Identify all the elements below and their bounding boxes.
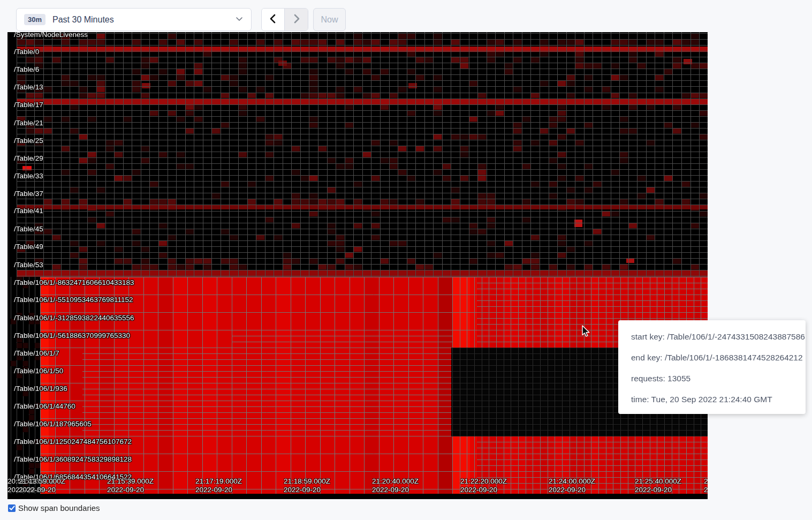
time-tick: 21:17:19.000Z2022-09-20 bbox=[195, 477, 242, 494]
now-button[interactable]: Now bbox=[313, 8, 346, 31]
key-visualizer-canvas[interactable] bbox=[7, 32, 708, 499]
show-span-boundaries-label: Show span boundaries bbox=[18, 503, 100, 513]
time-tick: 21:27:20.000Z2022-09-20 bbox=[704, 477, 708, 494]
hover-tooltip: start key: /Table/106/1/-247433150824388… bbox=[618, 320, 806, 414]
prev-time-button[interactable] bbox=[262, 9, 285, 31]
row-label: /Table/106/1/-5510953463769811152 bbox=[14, 296, 133, 304]
row-label: /Table/106/1/-561886370999765330 bbox=[14, 331, 130, 340]
chevron-down-icon bbox=[235, 14, 244, 25]
next-time-button[interactable] bbox=[285, 9, 308, 31]
tick-time: 21:27:20.000Z bbox=[704, 477, 708, 486]
row-label: /System/NodeLiveness bbox=[14, 32, 88, 39]
show-span-boundaries[interactable]: Show span boundaries bbox=[8, 503, 100, 513]
tooltip-requests: requests: 13055 bbox=[631, 374, 806, 383]
row-label: /Table/106/1/187965605 bbox=[14, 420, 92, 428]
row-label: /Table/106/1/7 bbox=[14, 349, 59, 357]
tick-time: 21:17:19.000Z bbox=[195, 477, 242, 486]
row-label: /Table/25 bbox=[14, 137, 43, 145]
tick-time: 21:22:20.000Z bbox=[460, 477, 507, 486]
chevron-left-icon bbox=[268, 13, 278, 26]
row-label: /Table/106/1/936 bbox=[14, 385, 67, 393]
key-visualizer-page: 30m Past 30 Minutes Now /System/NodeLive… bbox=[0, 0, 812, 520]
show-span-boundaries-checkbox[interactable] bbox=[8, 504, 16, 512]
row-label: /Table/6 bbox=[14, 65, 39, 73]
row-label: /Table/37 bbox=[14, 190, 43, 198]
tooltip-end-key: end key: /Table/106/1/-18683814745282642… bbox=[631, 353, 806, 363]
time-range-select[interactable]: 30m Past 30 Minutes bbox=[16, 8, 252, 31]
row-label: /Table/53 bbox=[14, 261, 43, 269]
time-tick: 21:13:59.000Z2022-09-20 bbox=[19, 477, 65, 494]
row-label: /Table/106/1/50 bbox=[14, 367, 63, 375]
tooltip-time: time: Tue, 20 Sep 2022 21:24:40 GMT bbox=[631, 395, 806, 404]
row-label: /Table/106/1/-8632471606610433183 bbox=[14, 278, 134, 287]
time-tick: 21:24:00.000Z2022-09-20 bbox=[549, 477, 595, 494]
time-range-badge: 30m bbox=[24, 14, 45, 25]
time-tick: 21:18:59.000Z2022-09-20 bbox=[284, 477, 330, 494]
tick-date: 2022-09-20 bbox=[372, 486, 419, 494]
tick-date: 2022-09-20 bbox=[549, 486, 595, 494]
check-icon bbox=[9, 505, 15, 511]
row-label: /Table/106/1/1250247484756107672 bbox=[14, 438, 132, 446]
row-label: /Table/21 bbox=[14, 119, 43, 127]
row-label: /Table/41 bbox=[14, 207, 43, 215]
tick-time: 21:15:39.000Z bbox=[107, 477, 154, 486]
tick-date: 2022-09-20 bbox=[107, 486, 154, 494]
row-label: /Table/45 bbox=[14, 225, 43, 233]
tick-time: 21:24:00.000Z bbox=[549, 477, 595, 486]
tick-time: 21:20:40.000Z bbox=[372, 477, 419, 486]
tick-date: 2022-09-20 bbox=[704, 486, 708, 494]
time-tick: 21:22:20.000Z2022-09-20 bbox=[460, 477, 507, 494]
row-label: /Table/13 bbox=[14, 83, 43, 91]
tick-date: 2022-09-20 bbox=[19, 486, 65, 494]
tick-date: 2022-09-20 bbox=[460, 486, 507, 494]
tick-time: 21:13:59.000Z bbox=[19, 477, 65, 486]
tick-date: 2022-09-20 bbox=[284, 486, 330, 494]
row-label: /Table/49 bbox=[14, 243, 43, 251]
row-label: /Table/106/1/3608924758329898128 bbox=[14, 455, 132, 463]
time-tick: 21:25:40.000Z2022-09-20 bbox=[635, 477, 681, 494]
row-label: /Table/106/1/44760 bbox=[14, 402, 75, 410]
key-visualizer: /System/NodeLiveness/Table/0/Table/6/Tab… bbox=[7, 32, 708, 499]
tick-date: 2022-09-20 bbox=[635, 486, 681, 494]
tooltip-start-key: start key: /Table/106/1/-247433150824388… bbox=[631, 332, 806, 342]
tick-date: 2022-09-20 bbox=[195, 486, 242, 494]
time-tick: 21:15:39.000Z2022-09-20 bbox=[107, 477, 154, 494]
time-tick: 21:20:40.000Z2022-09-20 bbox=[372, 477, 419, 494]
row-label: /Table/29 bbox=[14, 154, 43, 162]
row-label: /Table/106/1/-3128593822440635556 bbox=[14, 314, 134, 322]
row-label: /Table/17 bbox=[14, 101, 43, 109]
time-nav-group bbox=[261, 8, 308, 31]
row-label: /Table/33 bbox=[14, 172, 43, 180]
tick-time: 21:25:40.000Z bbox=[635, 477, 681, 486]
row-label: /Table/0 bbox=[14, 48, 39, 56]
tick-time: 21:18:59.000Z bbox=[284, 477, 330, 486]
chevron-right-icon bbox=[292, 13, 301, 26]
time-range-label: Past 30 Minutes bbox=[52, 15, 114, 25]
